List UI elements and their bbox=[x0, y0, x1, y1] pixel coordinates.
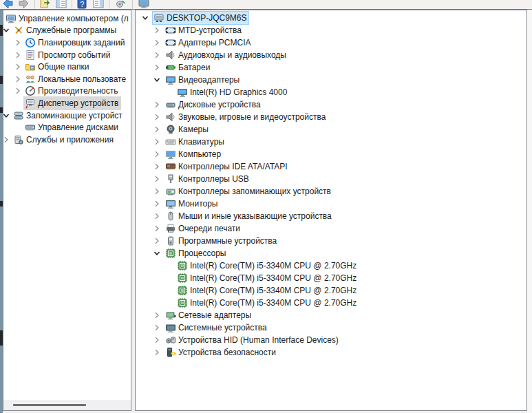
tree-item[interactable]: Программные устройства bbox=[136, 235, 526, 247]
chevron-down-icon[interactable] bbox=[3, 27, 10, 34]
chevron-down-icon[interactable] bbox=[3, 112, 10, 119]
tree-item[interactable]: Камеры bbox=[136, 123, 526, 136]
scrollbar-thumb[interactable] bbox=[13, 404, 86, 406]
tree-item[interactable]: DESKTOP-JQC9M6S bbox=[136, 12, 526, 24]
chevron-right-icon[interactable] bbox=[3, 136, 10, 143]
tree-item-target[interactable]: Мониторы bbox=[164, 197, 220, 211]
tree-item[interactable]: Мыши и иные указывающие устройства bbox=[136, 210, 526, 222]
chevron-right-icon[interactable] bbox=[153, 200, 160, 207]
tree-item-target[interactable]: Intel(R) Core(TM) i5-3340M CPU @ 2.70GHz bbox=[175, 271, 359, 285]
tree-item-target[interactable]: Камеры bbox=[164, 123, 211, 136]
tree-item[interactable]: Клавиатуры bbox=[136, 136, 526, 148]
chevron-right-icon[interactable] bbox=[14, 39, 21, 46]
chevron-right-icon[interactable] bbox=[14, 76, 21, 83]
tree-item[interactable]: Батареи bbox=[136, 61, 526, 74]
chevron-right-icon[interactable] bbox=[14, 52, 21, 59]
chevron-right-icon[interactable] bbox=[153, 151, 160, 158]
tree-item[interactable]: Процессоры bbox=[136, 247, 526, 260]
tree-item[interactable]: Intel(R) Core(TM) i5-3340M CPU @ 2.70GHz bbox=[136, 297, 526, 309]
help-icon[interactable]: ? bbox=[76, 0, 88, 10]
export-list-icon[interactable] bbox=[39, 0, 51, 10]
chevron-right-icon[interactable] bbox=[153, 64, 160, 71]
tree-item[interactable]: Контроллеры IDE ATA/ATAPI bbox=[136, 160, 526, 173]
refresh-icon[interactable] bbox=[114, 0, 127, 10]
tree-item[interactable]: Просмотр событий bbox=[3, 49, 131, 61]
chevron-right-icon[interactable] bbox=[153, 39, 160, 46]
chevron-right-icon[interactable] bbox=[153, 225, 160, 232]
tree-item[interactable]: Управление дисками bbox=[3, 121, 131, 134]
tree-item-target[interactable]: Аудиовходы и аудиовыходы bbox=[164, 48, 289, 62]
tree-item-target[interactable]: Контроллеры USB bbox=[164, 172, 252, 186]
tree-item-target[interactable]: Системные устройства bbox=[164, 321, 270, 335]
tree-item-target[interactable]: Дисковые устройства bbox=[164, 98, 264, 112]
tree-item-target[interactable]: Контроллеры запоминающих устройств bbox=[164, 184, 334, 198]
tree-item[interactable]: Сетевые адаптеры bbox=[136, 309, 526, 321]
tree-item[interactable]: Intel(R) HD Graphics 4000 bbox=[136, 86, 526, 98]
chevron-down-icon[interactable] bbox=[153, 250, 160, 257]
chevron-right-icon[interactable] bbox=[153, 349, 160, 356]
chevron-right-icon[interactable] bbox=[14, 87, 21, 94]
computer-icon[interactable] bbox=[138, 0, 150, 10]
tree-item-target[interactable]: Компьютер bbox=[164, 147, 224, 161]
tree-item[interactable]: Адаптеры PCMCIA bbox=[136, 36, 526, 49]
tree-item[interactable]: Дисковые устройства bbox=[136, 98, 526, 111]
tree-item[interactable]: Устройства безопасности bbox=[136, 346, 526, 359]
tree-item[interactable]: Мониторы bbox=[136, 198, 526, 210]
tree-item-target[interactable]: Intel(R) Core(TM) i5-3340M CPU @ 2.70GHz bbox=[175, 296, 359, 310]
tree-item-target[interactable]: Мыши и иные указывающие устройства bbox=[164, 209, 334, 223]
tree-item[interactable]: Intel(R) Core(TM) i5-3340M CPU @ 2.70GHz bbox=[136, 284, 526, 297]
tree-item[interactable]: 22Общие папки bbox=[3, 61, 131, 73]
chevron-right-icon[interactable] bbox=[153, 237, 160, 244]
chevron-right-icon[interactable] bbox=[153, 312, 160, 319]
chevron-right-icon[interactable] bbox=[153, 101, 160, 108]
tree-item[interactable]: MTD-устройства bbox=[136, 24, 526, 36]
tree-item[interactable]: Компьютер bbox=[136, 148, 526, 160]
chevron-right-icon[interactable] bbox=[153, 337, 160, 343]
tree-item[interactable]: Звуковые, игровые и видеоустройства bbox=[136, 111, 526, 123]
tree-item[interactable]: Аудиовходы и аудиовыходы bbox=[136, 49, 526, 61]
tree-item[interactable]: Диспетчер устройств bbox=[3, 97, 131, 109]
chevron-right-icon[interactable] bbox=[153, 52, 160, 59]
back-icon[interactable] bbox=[1, 0, 14, 10]
show-action-pane-icon[interactable] bbox=[92, 0, 105, 10]
tree-item-target[interactable]: Адаптеры PCMCIA bbox=[164, 36, 254, 50]
chevron-down-icon[interactable] bbox=[142, 14, 149, 21]
tree-item[interactable]: Планировщик заданий bbox=[3, 36, 131, 49]
chevron-right-icon[interactable] bbox=[153, 114, 160, 120]
tree-item[interactable]: Intel(R) Core(TM) i5-3340M CPU @ 2.70GHz bbox=[136, 260, 526, 272]
show-console-tree-icon[interactable] bbox=[55, 0, 67, 10]
tree-item-target[interactable]: Батареи bbox=[164, 61, 213, 74]
tree-item[interactable]: Intel(R) Core(TM) i5-3340M CPU @ 2.70GHz bbox=[136, 272, 526, 284]
tree-item-target[interactable]: Процессоры bbox=[164, 246, 229, 260]
tree-item[interactable]: Контроллеры запоминающих устройств bbox=[136, 185, 526, 198]
tree-item[interactable]: Контроллеры USB bbox=[136, 173, 526, 185]
tree-item-target[interactable]: Intel(R) Core(TM) i5-3340M CPU @ 2.70GHz bbox=[175, 284, 359, 297]
tree-item-target[interactable]: Службы и приложения bbox=[12, 133, 116, 147]
chevron-right-icon[interactable] bbox=[153, 188, 160, 195]
chevron-right-icon[interactable] bbox=[153, 213, 160, 220]
chevron-right-icon[interactable] bbox=[153, 176, 160, 182]
tree-item-target[interactable]: Сетевые адаптеры bbox=[164, 308, 254, 322]
tree-item[interactable]: Локальные пользовате bbox=[3, 73, 131, 85]
tree-item-target[interactable]: Устройства безопасности bbox=[164, 346, 279, 359]
tree-item-target[interactable]: DESKTOP-JQC9M6S bbox=[152, 11, 249, 25]
chevron-right-icon[interactable] bbox=[153, 324, 160, 331]
tree-item-target[interactable]: Контроллеры IDE ATA/ATAPI bbox=[164, 160, 290, 173]
tree-item[interactable]: Устройства HID (Human Interface Devices) bbox=[136, 334, 526, 346]
tree-item[interactable]: Службы и приложения bbox=[3, 134, 131, 146]
chevron-down-icon[interactable] bbox=[153, 76, 160, 83]
chevron-right-icon[interactable] bbox=[14, 63, 21, 70]
chevron-right-icon[interactable] bbox=[153, 138, 160, 145]
tree-item-target[interactable]: Клавиатуры bbox=[164, 135, 227, 149]
tree-item[interactable]: Служебные программы bbox=[3, 25, 131, 37]
tree-item-target[interactable]: Устройства HID (Human Interface Devices) bbox=[164, 333, 341, 347]
tree-item[interactable]: Видеоадаптеры bbox=[136, 74, 526, 86]
tree-item-target[interactable]: MTD-устройства bbox=[164, 23, 244, 37]
tree-item[interactable]: Системные устройства bbox=[136, 321, 526, 334]
tree-item[interactable]: Очереди печати bbox=[136, 222, 526, 235]
tree-item[interactable]: Производительность bbox=[3, 85, 131, 98]
tree-item-target[interactable]: Очереди печати bbox=[164, 222, 243, 235]
forward-icon[interactable] bbox=[18, 0, 30, 10]
tree-item[interactable]: Управление компьютером (л bbox=[3, 12, 131, 25]
chevron-right-icon[interactable] bbox=[153, 163, 160, 170]
